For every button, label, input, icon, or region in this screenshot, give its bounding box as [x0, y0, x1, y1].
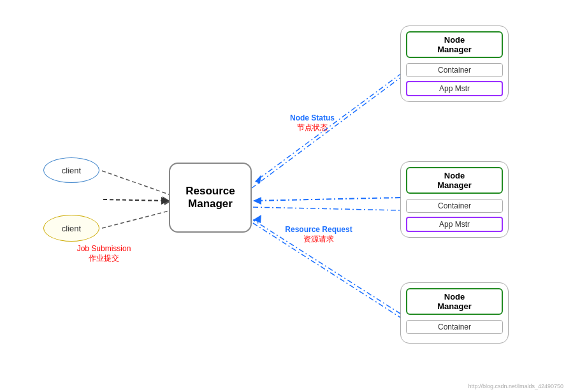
nm2-app-mstr: App Mstr	[406, 217, 503, 232]
svg-line-0	[102, 171, 171, 195]
svg-marker-10	[253, 215, 261, 223]
job-submission-label: Job Submission 作业提交	[69, 244, 139, 264]
nm2-container: Container	[406, 199, 503, 213]
svg-line-12	[103, 200, 167, 201]
svg-line-8	[253, 207, 400, 210]
diagram: client client Job Submission 作业提交 Resour…	[0, 0, 566, 392]
client-2: client	[43, 215, 99, 242]
resource-manager: ResourceManager	[169, 163, 252, 233]
resource-request-label: Resource Request 资源请求	[277, 225, 360, 245]
nm3-container: Container	[406, 320, 503, 334]
nm3-label: NodeManager	[406, 288, 503, 315]
nm1-label: NodeManager	[406, 31, 503, 58]
node-status-label: Node Status 节点状态	[274, 113, 351, 133]
job-submission-en: Job Submission	[69, 244, 139, 253]
svg-line-6	[253, 198, 400, 201]
client-1: client	[43, 157, 99, 183]
nm1-app-mstr: App Mstr	[406, 81, 503, 96]
watermark: http://blog.csdn.net/lmalds_42490750	[468, 383, 563, 389]
nm1-container: Container	[406, 63, 503, 77]
client-2-label: client	[62, 224, 81, 233]
svg-line-1	[102, 210, 171, 228]
node-manager-1: NodeManager Container App Mstr	[400, 25, 509, 102]
svg-marker-7	[253, 197, 261, 205]
resource-request-zh: 资源请求	[277, 234, 360, 245]
node-status-en: Node Status	[274, 113, 351, 122]
svg-marker-4	[255, 175, 261, 184]
nm2-label: NodeManager	[406, 167, 503, 194]
node-manager-3: NodeManager Container	[400, 282, 509, 344]
svg-marker-13	[161, 197, 169, 205]
resource-request-en: Resource Request	[277, 225, 360, 234]
resource-manager-label: ResourceManager	[185, 185, 235, 210]
node-manager-2: NodeManager Container App Mstr	[400, 161, 509, 238]
job-submission-zh: 作业提交	[69, 253, 139, 264]
node-status-zh: 节点状态	[274, 122, 351, 133]
client-1-label: client	[62, 166, 81, 175]
